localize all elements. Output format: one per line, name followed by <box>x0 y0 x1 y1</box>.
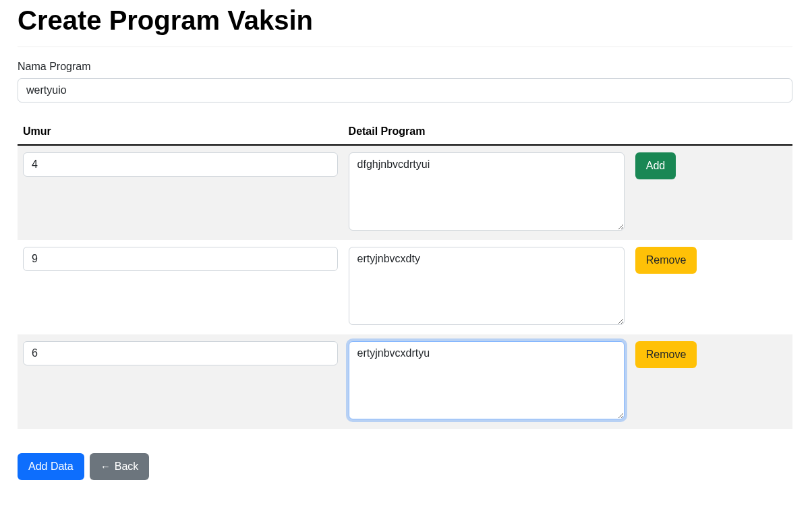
table-header-detail: Detail Program <box>343 119 630 145</box>
table-header-umur: Umur <box>18 119 343 145</box>
back-button[interactable]: ← Back <box>90 453 150 480</box>
table-row: ertyjnbvcxdty Remove <box>18 240 792 334</box>
add-button[interactable]: Add <box>635 152 676 179</box>
remove-button[interactable]: Remove <box>635 341 697 368</box>
footer-buttons: Add Data ← Back <box>18 453 792 480</box>
remove-button[interactable]: Remove <box>635 247 697 274</box>
detail-textarea[interactable]: ertyjnbvcxdty <box>349 247 625 325</box>
back-button-label: Back <box>115 459 139 475</box>
add-data-button[interactable]: Add Data <box>18 453 84 480</box>
table-header-action <box>630 119 792 145</box>
nama-program-input[interactable] <box>18 78 792 102</box>
program-table: Umur Detail Program dfghjnbvcdrtyui Add … <box>18 119 792 429</box>
detail-textarea[interactable]: dfghjnbvcdrtyui <box>349 152 625 231</box>
page-title: Create Program Vaksin <box>18 5 792 36</box>
nama-program-label: Nama Program <box>18 61 792 73</box>
umur-input[interactable] <box>23 341 338 365</box>
umur-input[interactable] <box>23 152 338 177</box>
umur-input[interactable] <box>23 247 338 271</box>
arrow-left-icon: ← <box>100 459 111 475</box>
table-row: dfghjnbvcdrtyui Add <box>18 145 792 240</box>
title-divider <box>18 47 792 47</box>
nama-program-group: Nama Program <box>18 61 792 102</box>
table-row: ertyjnbvcxdrtyu Remove <box>18 334 792 429</box>
detail-textarea[interactable]: ertyjnbvcxdrtyu <box>349 341 625 419</box>
